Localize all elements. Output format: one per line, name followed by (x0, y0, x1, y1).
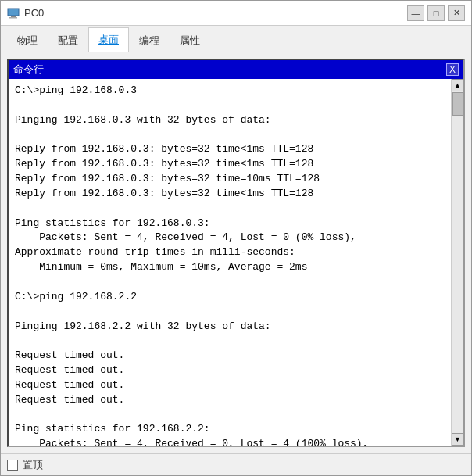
maximize-button[interactable]: □ (427, 5, 445, 21)
main-window: PC0 — □ ✕ 物理 配置 桌面 编程 属性 命令行 X (0, 0, 472, 476)
title-bar-left: PC0 (7, 7, 44, 20)
terminal-output[interactable]: C:\>ping 192.168.0.3 Pinging 192.168.0.3… (9, 79, 451, 446)
tab-bar: 物理 配置 桌面 编程 属性 (1, 26, 471, 52)
svg-rect-0 (8, 9, 19, 16)
scroll-track (452, 91, 463, 433)
terminal-title-bar: 命令行 X (9, 60, 463, 79)
computer-icon (7, 7, 20, 20)
tab-config[interactable]: 配置 (48, 28, 88, 52)
tab-programming[interactable]: 编程 (129, 28, 170, 52)
tab-desktop[interactable]: 桌面 (88, 27, 129, 52)
tab-properties[interactable]: 属性 (170, 28, 210, 52)
pin-checkbox[interactable] (7, 460, 18, 471)
terminal-window: 命令行 X C:\>ping 192.168.0.3 Pinging 192.1… (7, 59, 465, 447)
footer: 置顶 (1, 453, 471, 475)
scrollbar: ▲ ▼ (451, 79, 463, 446)
terminal-body-wrapper: C:\>ping 192.168.0.3 Pinging 192.168.0.3… (9, 79, 463, 446)
terminal-close-button[interactable]: X (446, 63, 459, 76)
close-button[interactable]: ✕ (448, 5, 465, 21)
scroll-thumb[interactable] (452, 92, 463, 116)
scroll-down-arrow[interactable]: ▼ (452, 433, 464, 446)
minimize-button[interactable]: — (407, 5, 424, 21)
scroll-up-arrow[interactable]: ▲ (452, 79, 464, 91)
terminal-title: 命令行 (13, 63, 44, 77)
svg-rect-2 (9, 17, 17, 19)
pin-label: 置顶 (23, 458, 43, 472)
content-area: 命令行 X C:\>ping 192.168.0.3 Pinging 192.1… (1, 52, 471, 453)
title-bar: PC0 — □ ✕ (1, 1, 471, 26)
tab-physics[interactable]: 物理 (7, 28, 48, 52)
title-bar-controls: — □ ✕ (407, 5, 465, 21)
svg-rect-1 (11, 16, 16, 17)
window-title: PC0 (24, 7, 44, 19)
